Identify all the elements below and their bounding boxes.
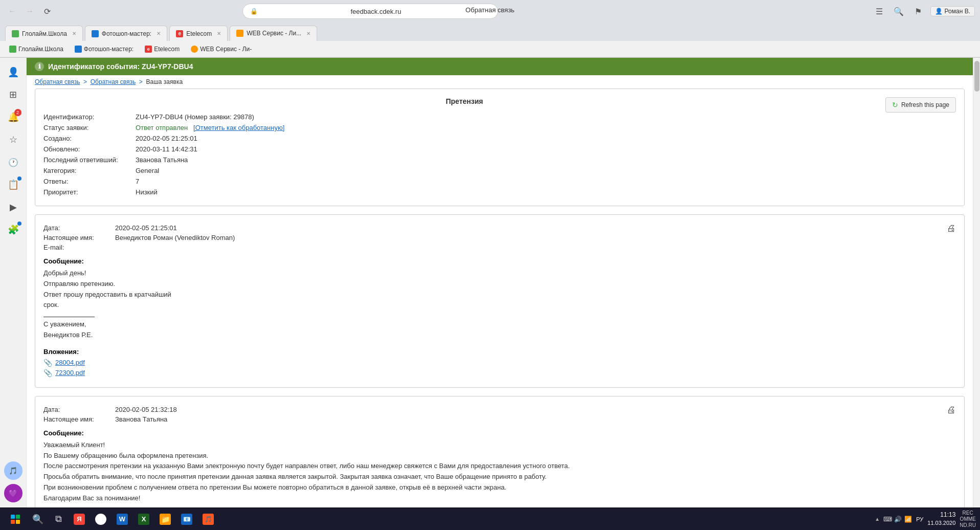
taskbar-app-chrome[interactable]: ● [91,510,110,528]
taskbar-search-button[interactable]: 🔍 [29,510,47,528]
profile-icon[interactable]: 👤 [4,63,23,81]
sidebar-bottom: 🎵 💜 [4,461,23,502]
tab-close-fotoshop[interactable]: ✕ [157,31,161,36]
taskbar-app-word[interactable]: W [113,510,132,528]
taskbar-app-yandex[interactable]: Я [70,510,89,528]
claim-section: Претензия Идентификатор: ZU4-YP7-DBU4 (Н… [35,89,965,206]
windows-logo [11,515,20,524]
back-button[interactable]: ← [5,4,19,18]
systray: ▲ ⌨ 🔊 📶 [873,515,912,523]
refresh-icon: ↻ [892,101,898,109]
bookmark-glolaim[interactable]: Глолайм.Школа [5,45,68,54]
breadcrumb: Обратная связь > Обратная связь > Ваша з… [27,75,973,89]
tab-glolaim[interactable]: Глолайм.Школа ✕ [5,26,83,41]
refresh-this-page-button[interactable]: ↻ Refresh this page [885,97,956,113]
browser-menu-icon[interactable]: ☰ [872,4,886,18]
speaker-icon[interactable]: 🔊 [894,515,902,523]
created-label: Создано: [43,135,136,142]
browser-content-area: 👤 ⊞ 🔔 2 ☆ 🕐 📋 ▶ 🧩 🎵 [0,58,980,507]
tab-close-web-service[interactable]: ✕ [306,31,310,36]
collections-icon[interactable]: 📋 [4,175,23,194]
browser-refresh-button[interactable]: ⟳ [40,4,54,18]
last-responder-label: Последний ответивший: [43,156,136,164]
chrome-icon: ● [95,514,106,525]
yandex-icon: Я [74,514,85,525]
breadcrumb-link-1[interactable]: Обратная связь [35,78,80,85]
wallet-icon[interactable]: 💜 [4,484,23,502]
tab-etelecom[interactable]: e Etelecom ✕ [169,26,228,41]
user-badge[interactable]: 👤 Роман В. [930,6,975,16]
scrollbar[interactable] [973,58,980,507]
date-display: 11.03.2020 [927,519,955,527]
attachment-link-1[interactable]: 28004.pdf [55,359,85,366]
extensions-icon[interactable]: 🧩 [4,220,23,239]
signature-line [43,317,95,317]
favorites-icon[interactable]: ☆ [4,130,23,149]
status-label: Статус заявки: [43,124,136,131]
time-display: 11:13 [927,511,955,519]
created-row: Создано: 2020-02-05 21:25:01 [43,133,885,144]
bookmark-icon[interactable]: ⚑ [911,4,925,18]
browser-nav-right: ☰ 🔍 ⚑ 👤 Роман В. [872,4,975,18]
identifier-value: ZU4-YP7-DBU4 (Номер заявки: 29878) [136,113,254,121]
answers-row: Ответы: 7 [43,176,885,187]
print-icon-1[interactable]: 🖨 [947,223,956,234]
breadcrumb-current: Ваша заявка [146,78,183,85]
tab-fotoshop[interactable]: Фотошоп-мастер: ✕ [85,26,167,41]
taskbar-app-excel[interactable]: X [134,510,153,528]
msg1-message-body: Добрый день! Отправляю претензию. Ответ … [43,268,956,341]
attachment-link-2[interactable]: 72300.pdf [55,369,85,377]
attachment-1: 📎 28004.pdf [43,359,956,367]
tab-web-service[interactable]: WEB Сервис - Ли... ✕ [230,26,317,41]
print-icon-2[interactable]: 🖨 [947,405,956,415]
notifications-icon[interactable]: 🔔 2 [4,108,23,126]
msg2-message-body: Уважаемый Клиент! По Вашему обращению бы… [43,440,956,504]
systray-arrow[interactable]: ▲ [873,515,881,523]
breadcrumb-link-2[interactable]: Обратная связь [91,78,136,85]
answers-label: Ответы: [43,178,136,185]
bookmark-etelecom[interactable]: e Etelecom [141,45,184,54]
alice-icon[interactable]: 🎵 [4,461,23,480]
task-view-button[interactable]: ⧉ [49,510,68,528]
msg2-message-label: Сообщение: [43,429,956,437]
notifications-badge: 2 [14,109,21,116]
address-bar[interactable]: 🔒 feedback.cdek.ru [242,4,498,19]
taskbar-app-outlook[interactable]: 📧 [177,510,196,528]
content-body: Претензия Идентификатор: ZU4-YP7-DBU4 (Н… [27,89,973,507]
msg1-message-label: Сообщение: [43,257,956,265]
scrollbar-thumb[interactable] [974,61,979,92]
lang-indicator[interactable]: РУ [916,516,923,522]
message-1: Дата: 2020-02-05 21:25:01 Настоящее имя:… [35,214,965,388]
message-2: Дата: 2020-02-05 21:32:18 Настоящее имя:… [35,396,965,507]
apps-icon[interactable]: ⊞ [4,85,23,104]
search-icon[interactable]: 🔍 [892,4,906,18]
msg1-email-label: E-mail: [43,244,115,251]
attachment-icon-2: 📎 [43,369,52,377]
category-row: Категория: General [43,165,885,176]
play-icon[interactable]: ▶ [4,198,23,216]
msg2-date-label: Дата: [43,406,115,413]
msg2-date-row: Дата: 2020-02-05 21:32:18 [43,405,177,414]
identifier-label: Идентификатор: [43,113,136,121]
tab-close-etelecom[interactable]: ✕ [217,31,221,36]
msg1-email-row: E-mail: [43,242,235,252]
taskbar-app-explorer[interactable]: 📁 [155,510,175,528]
clock: 11:13 11.03.2020 [927,511,955,527]
category-label: Категория: [43,167,136,174]
msg1-name-label: Настоящее имя: [43,234,115,241]
updated-label: Обновлено: [43,145,136,153]
tab-close-glolaim[interactable]: ✕ [72,31,76,36]
start-button[interactable] [4,508,27,531]
updated-value: 2020-03-11 14:42:31 [136,145,197,153]
status-action-link[interactable]: [Отметить как обработанную] [193,124,284,131]
taskbar-app-other[interactable]: 🎵 [198,510,218,528]
network-icon[interactable]: 📶 [904,515,912,523]
bookmarks-bar: Глолайм.Школа Фотошоп-мастер: e Etelecom… [0,41,980,57]
history-icon[interactable]: 🕐 [4,153,23,171]
recommender-badge: RECOMMEND.RU [960,510,976,528]
forward-button[interactable]: → [23,4,37,18]
refresh-button-label: Refresh this page [901,101,949,108]
bookmark-web-service[interactable]: WEB Сервис - Ли- [187,45,256,54]
url-text: feedback.cdek.ru [261,8,491,15]
bookmark-fotoshop[interactable]: Фотошоп-мастер: [71,45,138,54]
